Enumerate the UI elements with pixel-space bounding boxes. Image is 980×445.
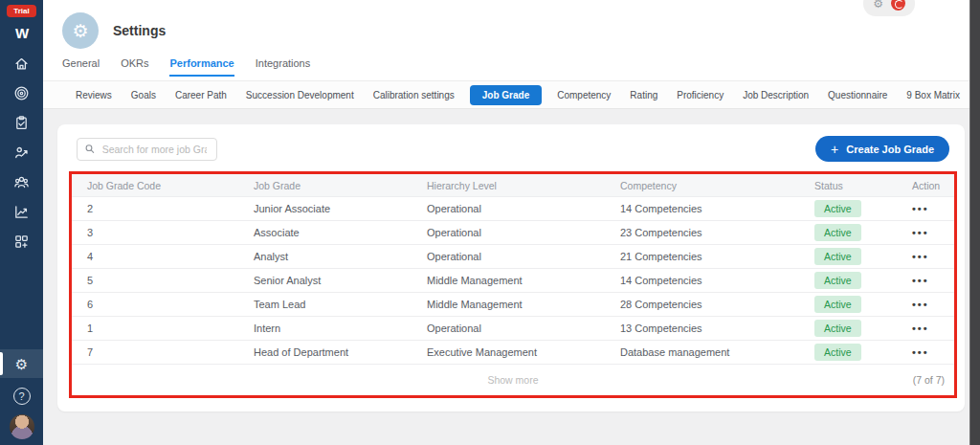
cell-competency: 23 Competencies bbox=[620, 227, 814, 238]
tasks-clipboard-icon[interactable] bbox=[13, 115, 30, 131]
tab-okrs[interactable]: OKRs bbox=[121, 57, 148, 77]
team-icon[interactable] bbox=[13, 174, 30, 190]
cell-job-grade: Intern bbox=[254, 323, 427, 334]
table-footer: Show more (7 of 7) bbox=[72, 364, 954, 395]
cell-action: ••• bbox=[912, 203, 954, 214]
gear-icon: ⚙ bbox=[72, 20, 88, 42]
cell-competency: Database management bbox=[620, 346, 814, 358]
row-actions-button[interactable]: ••• bbox=[912, 323, 929, 334]
gear-icon[interactable]: ⚙ bbox=[873, 0, 883, 10]
subtab-competency[interactable]: Competency bbox=[547, 90, 620, 100]
red-annotation-box: Job Grade CodeJob GradeHierarchy LevelCo… bbox=[69, 171, 957, 398]
home-icon[interactable] bbox=[13, 56, 30, 72]
status-badge: Active bbox=[814, 200, 861, 217]
cell-hierarchy-level: Operational bbox=[427, 323, 620, 334]
user-avatar[interactable] bbox=[10, 414, 34, 439]
cell-hierarchy-level: Executive Management bbox=[427, 346, 620, 358]
cell-job-grade: Analyst bbox=[254, 251, 427, 262]
cell-competency: 21 Competencies bbox=[620, 251, 814, 262]
main-area: ⚙ ⚙ Settings GeneralOKRsPerformanceInteg… bbox=[43, 0, 969, 445]
table-row: 1 Intern Operational 13 Competencies Act… bbox=[72, 316, 954, 340]
subtab-questionnaire[interactable]: Questionnaire bbox=[818, 90, 897, 100]
search-box[interactable] bbox=[77, 138, 217, 161]
cell-hierarchy-level: Middle Management bbox=[427, 275, 620, 286]
cell-competency: 28 Competencies bbox=[620, 299, 814, 310]
cell-action: ••• bbox=[912, 227, 954, 238]
column-header-hierarchy-level: Hierarchy Level bbox=[427, 180, 620, 191]
analytics-icon[interactable] bbox=[13, 204, 30, 220]
cell-status: Active bbox=[814, 224, 912, 241]
page-header: ⚙ ⚙ Settings GeneralOKRsPerformanceInteg… bbox=[43, 0, 969, 80]
help-icon[interactable]: ? bbox=[13, 388, 31, 405]
cell-competency: 14 Competencies bbox=[620, 203, 814, 214]
content-area: + Create Job Grade Job Grade CodeJob Gra… bbox=[43, 109, 969, 445]
cell-job-grade: Associate bbox=[254, 227, 427, 238]
search-input[interactable] bbox=[100, 143, 209, 156]
cell-status: Active bbox=[814, 296, 912, 313]
table-row: 6 Team Lead Middle Management 28 Compete… bbox=[72, 292, 954, 316]
sidebar: Trial W bbox=[0, 0, 43, 445]
settings-gear-icon[interactable]: ⚙ bbox=[0, 349, 43, 378]
subtab-job-description[interactable]: Job Description bbox=[733, 90, 818, 100]
subtab-succession-development[interactable]: Succession Development bbox=[236, 90, 364, 100]
status-badge: Active bbox=[814, 248, 861, 265]
subtab-goals[interactable]: Goals bbox=[122, 90, 166, 100]
performance-subtabs: ReviewsGoalsCareer PathSuccession Develo… bbox=[43, 80, 969, 109]
cell-action: ••• bbox=[912, 299, 954, 310]
status-badge: Active bbox=[814, 272, 861, 289]
page-title: Settings bbox=[113, 23, 166, 38]
brand-logo: W bbox=[15, 25, 28, 41]
row-actions-button[interactable]: ••• bbox=[912, 251, 929, 262]
table-body: 2 Junior Associate Operational 14 Compet… bbox=[72, 196, 954, 364]
trial-badge: Trial bbox=[7, 5, 35, 17]
column-header-competency: Competency bbox=[620, 180, 814, 191]
subtab-9-box-matrix[interactable]: 9 Box Matrix bbox=[897, 90, 969, 100]
cell-status: Active bbox=[814, 200, 912, 217]
cell-job-grade-code: 1 bbox=[87, 323, 254, 334]
create-button-label: Create Job Grade bbox=[846, 144, 934, 155]
row-actions-button[interactable]: ••• bbox=[912, 346, 929, 358]
create-job-grade-button[interactable]: + Create Job Grade bbox=[815, 136, 949, 162]
cell-job-grade-code: 7 bbox=[87, 346, 254, 358]
cell-hierarchy-level: Operational bbox=[427, 251, 620, 262]
row-actions-button[interactable]: ••• bbox=[912, 299, 929, 310]
table-header-row: Job Grade CodeJob GradeHierarchy LevelCo… bbox=[72, 174, 954, 196]
cell-hierarchy-level: Operational bbox=[427, 227, 620, 238]
cell-status: Active bbox=[814, 320, 912, 337]
target-icon[interactable] bbox=[13, 85, 30, 101]
apps-plus-icon[interactable] bbox=[13, 234, 30, 250]
row-actions-button[interactable]: ••• bbox=[912, 203, 929, 214]
subtab-calibration-settings[interactable]: Calibration settings bbox=[364, 90, 464, 100]
show-more-link[interactable]: Show more bbox=[487, 374, 538, 386]
column-header-job-grade: Job Grade bbox=[254, 180, 427, 191]
subtab-proficiency[interactable]: Proficiency bbox=[667, 90, 733, 100]
subtab-reviews[interactable]: Reviews bbox=[66, 90, 122, 100]
status-badge: Active bbox=[814, 344, 861, 361]
notification-badge[interactable] bbox=[891, 0, 905, 11]
row-actions-button[interactable]: ••• bbox=[912, 275, 929, 286]
subtab-rating[interactable]: Rating bbox=[620, 90, 667, 100]
tab-performance[interactable]: Performance bbox=[169, 57, 234, 77]
quick-actions-pill[interactable]: ⚙ bbox=[863, 0, 915, 16]
career-growth-icon[interactable] bbox=[13, 145, 30, 161]
cell-job-grade: Senior Analyst bbox=[254, 275, 427, 286]
row-count: (7 of 7) bbox=[913, 374, 945, 386]
tab-general[interactable]: General bbox=[62, 57, 100, 77]
column-header-status: Status bbox=[814, 180, 912, 191]
subtab-career-path[interactable]: Career Path bbox=[166, 90, 236, 100]
cell-hierarchy-level: Middle Management bbox=[427, 299, 620, 310]
cell-job-grade: Team Lead bbox=[254, 299, 427, 310]
status-badge: Active bbox=[814, 224, 861, 241]
cell-action: ••• bbox=[912, 323, 954, 334]
cell-hierarchy-level: Operational bbox=[427, 203, 620, 214]
tab-integrations[interactable]: Integrations bbox=[256, 57, 310, 77]
cell-competency: 13 Competencies bbox=[620, 323, 814, 334]
plus-icon: + bbox=[831, 143, 838, 156]
column-header-job-grade-code: Job Grade Code bbox=[87, 180, 254, 191]
cell-competency: 14 Competencies bbox=[620, 275, 814, 286]
row-actions-button[interactable]: ••• bbox=[912, 227, 929, 238]
cell-job-grade-code: 4 bbox=[87, 251, 254, 262]
table-row: 7 Head of Department Executive Managemen… bbox=[72, 340, 954, 364]
table-row: 5 Senior Analyst Middle Management 14 Co… bbox=[72, 268, 954, 292]
subtab-job-grade[interactable]: Job Grade bbox=[470, 85, 542, 105]
